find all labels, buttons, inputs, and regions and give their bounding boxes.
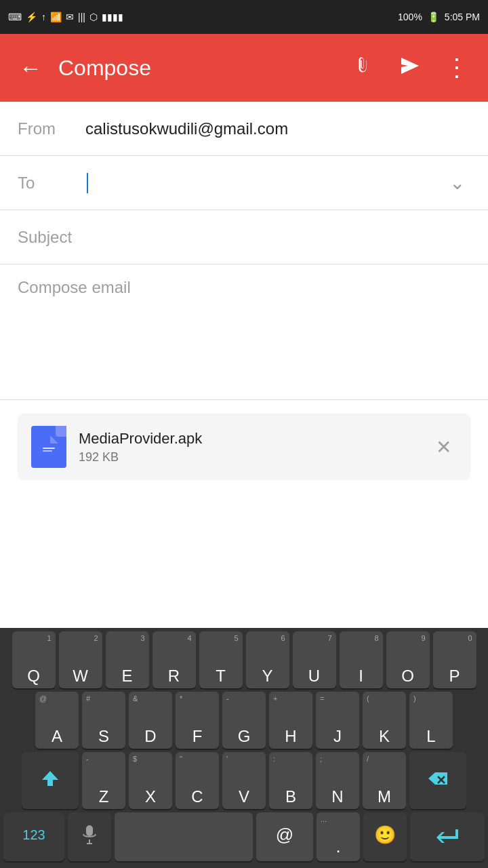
attachment-card: MediaProvider.apk 192 KB ✕ xyxy=(18,414,470,480)
key-l[interactable]: )L xyxy=(409,692,453,749)
svg-rect-6 xyxy=(86,825,93,836)
signal-icon: ▮▮▮▮ xyxy=(102,12,123,22)
to-label: To xyxy=(18,174,85,193)
key-j[interactable]: =J xyxy=(316,692,359,749)
wifi-icon: 📶 xyxy=(50,12,62,22)
svg-rect-2 xyxy=(43,448,55,449)
keyboard-row-bottom: 123 @ ... . 🙂 xyxy=(0,809,488,868)
attachment-area: MediaProvider.apk 192 KB ✕ xyxy=(0,400,488,494)
svg-rect-0 xyxy=(39,435,58,458)
to-row[interactable]: To ⌄ xyxy=(0,156,488,210)
key-period[interactable]: ... . xyxy=(317,812,360,861)
key-at[interactable]: @ xyxy=(256,812,313,861)
from-label: From xyxy=(18,119,85,138)
key-p[interactable]: 0P xyxy=(433,631,476,688)
key-e[interactable]: 3E xyxy=(106,631,149,688)
key-v[interactable]: 'V xyxy=(222,752,266,809)
attachment-info: MediaProvider.apk 192 KB xyxy=(79,430,418,465)
key-r[interactable]: 4R xyxy=(152,631,196,688)
shift-key[interactable] xyxy=(22,752,79,809)
status-icons-left: ⌨ ⚡ ↑ 📶 ✉ ||| ⬡ ▮▮▮▮ xyxy=(8,12,123,22)
microphone-key[interactable] xyxy=(68,812,111,861)
attach-icon[interactable] xyxy=(347,50,380,87)
app-bar-title: Compose xyxy=(58,56,336,81)
key-h[interactable]: +H xyxy=(269,692,312,749)
attachment-file-icon xyxy=(31,426,66,468)
battery-icon: 🔋 xyxy=(428,12,439,22)
key-k[interactable]: (K xyxy=(363,692,406,749)
compose-area: From calistusokwudili@gmail.com To ⌄ Sub… xyxy=(0,102,488,494)
key-f[interactable]: *F xyxy=(176,692,219,749)
key-z[interactable]: -Z xyxy=(82,752,125,809)
to-expand-button[interactable]: ⌄ xyxy=(444,166,470,199)
more-options-button[interactable]: ⋮ xyxy=(439,48,474,87)
enter-key[interactable] xyxy=(410,812,485,861)
key-g[interactable]: -G xyxy=(222,692,266,749)
subject-row[interactable]: Subject xyxy=(0,210,488,264)
keyboard-row-1: 1Q 2W 3E 4R 5T 6Y 7U 8I 9O 0P xyxy=(0,628,488,688)
subject-input[interactable]: Subject xyxy=(18,228,470,247)
bluetooth-icon: ⬡ xyxy=(89,12,98,22)
key-d[interactable]: &D xyxy=(129,692,172,749)
keyboard-row-2: @A #S &D *F -G +H =J (K )L xyxy=(0,688,488,749)
key-c[interactable]: "C xyxy=(176,752,219,809)
key-i[interactable]: 8I xyxy=(340,631,383,688)
svg-rect-3 xyxy=(43,450,52,452)
status-bar: ⌨ ⚡ ↑ 📶 ✉ ||| ⬡ ▮▮▮▮ 100% 🔋 5:05 PM xyxy=(0,0,488,34)
key-n[interactable]: ;N xyxy=(316,752,359,809)
key-w[interactable]: 2W xyxy=(59,631,102,688)
key-m[interactable]: /M xyxy=(363,752,406,809)
attachment-filename: MediaProvider.apk xyxy=(79,430,418,448)
key-q[interactable]: 1Q xyxy=(12,631,56,688)
compose-body-input[interactable]: Compose email xyxy=(18,278,131,296)
usb-icon: ⚡ xyxy=(26,12,37,22)
key-y[interactable]: 6Y xyxy=(246,631,289,688)
key-t[interactable]: 5T xyxy=(199,631,243,688)
key-o[interactable]: 9O xyxy=(386,631,430,688)
key-b[interactable]: :B xyxy=(269,752,312,809)
key-emoji[interactable]: 🙂 xyxy=(363,812,407,861)
keyboard-icon: ⌨ xyxy=(8,12,22,22)
app-bar: ← Compose ⋮ xyxy=(0,34,488,102)
message-icon: ✉ xyxy=(66,12,74,22)
send-button[interactable] xyxy=(393,50,426,87)
attachment-remove-button[interactable]: ✕ xyxy=(430,431,457,464)
app-bar-actions: ⋮ xyxy=(347,48,474,87)
key-a[interactable]: @A xyxy=(35,692,79,749)
from-value: calistusokwudili@gmail.com xyxy=(85,119,470,138)
backspace-key[interactable] xyxy=(409,752,466,809)
compose-body-row[interactable]: Compose email xyxy=(0,264,488,400)
key-123[interactable]: 123 xyxy=(3,812,64,861)
cursor xyxy=(87,173,88,193)
key-s[interactable]: #S xyxy=(82,692,125,749)
time: 5:05 PM xyxy=(445,12,480,22)
keyboard-row-3: -Z $X "C 'V :B ;N /M xyxy=(0,749,488,809)
key-u[interactable]: 7U xyxy=(293,631,336,688)
status-icons-right: 100% 🔋 5:05 PM xyxy=(398,12,480,22)
back-button[interactable]: ← xyxy=(14,50,47,87)
barcode-icon: ||| xyxy=(78,12,85,22)
upload-icon: ↑ xyxy=(41,12,46,22)
space-key[interactable] xyxy=(115,812,253,861)
key-x[interactable]: $X xyxy=(129,752,172,809)
keyboard: 1Q 2W 3E 4R 5T 6Y 7U 8I 9O 0P @A #S &D *… xyxy=(0,628,488,868)
battery-percent: 100% xyxy=(398,12,422,22)
attachment-size: 192 KB xyxy=(79,450,418,465)
from-row: From calistusokwudili@gmail.com xyxy=(0,102,488,156)
to-input[interactable] xyxy=(85,172,444,193)
